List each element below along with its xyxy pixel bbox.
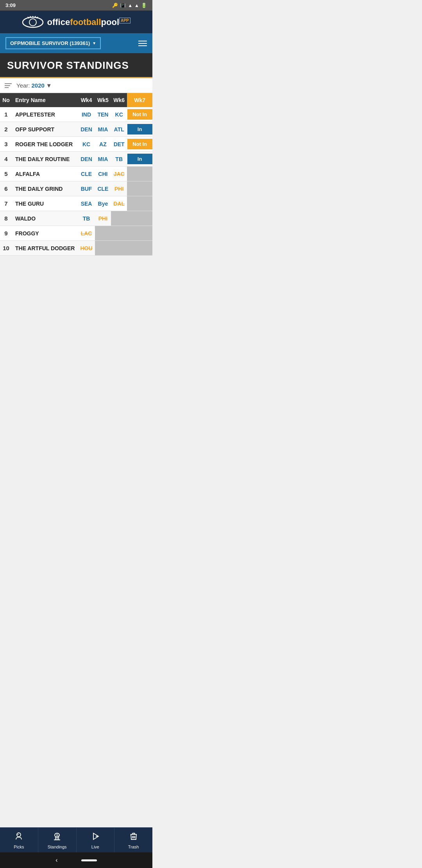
- wk7-pick: In: [127, 152, 152, 167]
- wk6-pick: [111, 211, 127, 226]
- hamburger-line-1: [138, 41, 147, 41]
- wk6-pick: DAL: [111, 196, 127, 211]
- entry-name: THE GURU: [12, 196, 78, 211]
- filter-line: [5, 85, 10, 86]
- wk7-pick: [127, 181, 152, 196]
- wk4-pick: LAC: [78, 226, 95, 241]
- entry-number: 2: [0, 122, 12, 137]
- filter-line: [5, 87, 9, 88]
- entry-name: THE DAILY GRIND: [12, 181, 78, 196]
- wk7-pick: In: [127, 122, 152, 137]
- year-selector[interactable]: Year: 2020 ▼: [16, 82, 52, 89]
- entry-number: 10: [0, 241, 12, 256]
- wk4-pick: DEN: [78, 122, 95, 137]
- table-row[interactable]: 7THE GURUSEAByeDAL: [0, 196, 152, 211]
- entry-number: 6: [0, 181, 12, 196]
- wk6-pick: [111, 226, 127, 241]
- wk5-pick: [95, 241, 111, 256]
- status-bar: 3:09 🔑 📳 ▲ ▲ 🔋: [0, 0, 152, 11]
- wk6-pick: ATL: [111, 122, 127, 137]
- logo: officefootballpoolAPP: [22, 16, 130, 29]
- wk4-pick: HOU: [78, 241, 95, 256]
- wk6-pick: KC: [111, 107, 127, 122]
- entry-name: THE DAILY ROUTINE: [12, 152, 78, 167]
- entry-name: THE ARTFUL DODGER: [12, 241, 78, 256]
- filter-icon[interactable]: [5, 83, 12, 88]
- entry-name: ALFALFA: [12, 167, 78, 181]
- entry-name: ROGER THE LODGER: [12, 137, 78, 152]
- wk5-pick: TEN: [95, 107, 111, 122]
- wk6-pick: DET: [111, 137, 127, 152]
- wk5-pick: CLE: [95, 181, 111, 196]
- standings-table: No Entry Name Wk4 Wk5 Wk6 Wk7 1APPLETEST…: [0, 93, 152, 256]
- year-dropdown-arrow: ▼: [46, 82, 52, 89]
- wk4-pick: BUF: [78, 181, 95, 196]
- entry-number: 4: [0, 152, 12, 167]
- wk4-pick: CLE: [78, 167, 95, 181]
- wk5-pick: [95, 226, 111, 241]
- entry-number: 3: [0, 137, 12, 152]
- filter-row: Year: 2020 ▼: [0, 78, 152, 93]
- table-row[interactable]: 8WALDOTBPHI: [0, 211, 152, 226]
- col-no: No: [0, 93, 12, 107]
- hamburger-menu[interactable]: [138, 41, 147, 46]
- table-row[interactable]: 10THE ARTFUL DODGERHOU: [0, 241, 152, 256]
- wk5-pick: MIA: [95, 122, 111, 137]
- wk7-pick: Not In: [127, 137, 152, 152]
- wk6-pick: PHI: [111, 181, 127, 196]
- wk5-pick: PHI: [95, 211, 111, 226]
- entry-number: 8: [0, 211, 12, 226]
- wk7-pick: [127, 167, 152, 181]
- table-row[interactable]: 6THE DAILY GRINDBUFCLEPHI: [0, 181, 152, 196]
- col-wk6: Wk6: [111, 93, 127, 107]
- wk6-pick: JAC: [111, 167, 127, 181]
- wk7-pick: [127, 241, 152, 256]
- filter-line: [5, 83, 12, 84]
- year-label: Year:: [16, 82, 30, 89]
- wk4-pick: IND: [78, 107, 95, 122]
- wk4-pick: DEN: [78, 152, 95, 167]
- entry-number: 5: [0, 167, 12, 181]
- wk5-pick: Bye: [95, 196, 111, 211]
- wk5-pick: AZ: [95, 137, 111, 152]
- wk5-pick: CHI: [95, 167, 111, 181]
- page-title: SURVIVOR STANDINGS: [7, 59, 145, 72]
- wk7-pick: Not In: [127, 107, 152, 122]
- entry-number: 7: [0, 196, 12, 211]
- pool-dropdown-arrow: ▼: [92, 41, 96, 45]
- table-row[interactable]: 3ROGER THE LODGERKCAZDETNot In: [0, 137, 152, 152]
- wk4-pick: TB: [78, 211, 95, 226]
- col-entry: Entry Name: [12, 93, 78, 107]
- col-wk4: Wk4: [78, 93, 95, 107]
- hamburger-line-3: [138, 45, 147, 46]
- svg-point-1: [29, 19, 36, 26]
- col-wk7: Wk7: [127, 93, 152, 107]
- table-row[interactable]: 1APPLETESTERINDTENKCNot In: [0, 107, 152, 122]
- app-header: officefootballpoolAPP: [0, 11, 152, 33]
- wk4-pick: KC: [78, 137, 95, 152]
- entry-name: WALDO: [12, 211, 78, 226]
- status-time: 3:09: [5, 2, 16, 8]
- status-icons: 🔑 📳 ▲ ▲ 🔋: [112, 3, 147, 8]
- page-title-bar: SURVIVOR STANDINGS: [0, 53, 152, 78]
- logo-text: officefootballpoolAPP: [47, 17, 130, 27]
- wk7-pick: [127, 196, 152, 211]
- wk5-pick: MIA: [95, 152, 111, 167]
- table-row[interactable]: 2OFP SUPPORTDENMIAATLIn: [0, 122, 152, 137]
- pool-selector[interactable]: OFPMOBILE SURVIVOR (139361) ▼: [5, 37, 101, 49]
- col-wk5: Wk5: [95, 93, 111, 107]
- entry-number: 1: [0, 107, 12, 122]
- pool-bar: OFPMOBILE SURVIVOR (139361) ▼: [0, 33, 152, 53]
- entry-number: 9: [0, 226, 12, 241]
- entry-name: OFP SUPPORT: [12, 122, 78, 137]
- wk7-pick: [127, 226, 152, 241]
- wk6-pick: [111, 241, 127, 256]
- hamburger-line-2: [138, 43, 147, 44]
- table-row[interactable]: 5ALFALFACLECHIJAC: [0, 167, 152, 181]
- table-row[interactable]: 9FROGGYLAC: [0, 226, 152, 241]
- logo-eye-icon: [22, 16, 44, 29]
- entry-name: FROGGY: [12, 226, 78, 241]
- table-header-row: No Entry Name Wk4 Wk5 Wk6 Wk7: [0, 93, 152, 107]
- table-row[interactable]: 4THE DAILY ROUTINEDENMIATBIn: [0, 152, 152, 167]
- pool-name: OFPMOBILE SURVIVOR (139361): [10, 40, 90, 46]
